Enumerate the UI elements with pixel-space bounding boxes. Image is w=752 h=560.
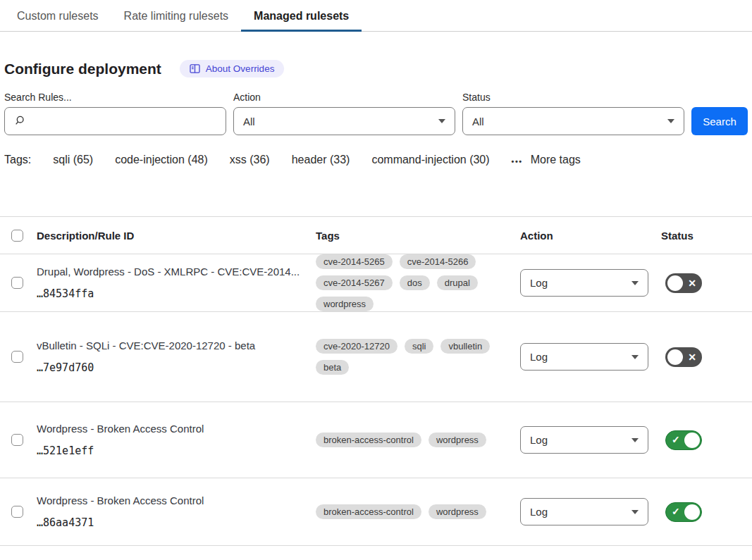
rule-title: Wordpress - Broken Access Control xyxy=(37,494,316,506)
toggle-state-icon: ✓ xyxy=(672,431,680,449)
toggle-knob xyxy=(667,275,683,291)
tag-pill: broken-access-control xyxy=(316,433,421,447)
action-select-value: Log xyxy=(530,277,548,289)
rule-description-cell: Wordpress - Broken Access Control …521e1… xyxy=(37,423,316,457)
status-toggle[interactable]: ✓ xyxy=(665,430,702,450)
column-header-tags: Tags xyxy=(316,230,520,242)
select-all-checkbox[interactable] xyxy=(11,230,23,242)
action-filter-label: Action xyxy=(233,92,455,103)
tab-label: Managed rulesets xyxy=(254,10,349,22)
table-header-row: Description/Rule ID Tags Action Status xyxy=(0,217,752,254)
rules-table: Description/Rule ID Tags Action Status D… xyxy=(0,216,752,546)
tag-pill: cve-2014-5267 xyxy=(316,275,393,290)
table-row: Drupal, Wordpress - DoS - XMLRPC - CVE:C… xyxy=(0,254,752,312)
chevron-down-icon xyxy=(631,281,639,285)
row-checkbox[interactable] xyxy=(11,351,23,363)
rule-description-cell: Wordpress - Broken Access Control …86aa4… xyxy=(37,494,316,529)
rule-action-cell: Log xyxy=(520,343,661,371)
rule-status-cell: ✓ xyxy=(661,430,752,450)
row-checkbox[interactable] xyxy=(11,277,23,289)
book-icon xyxy=(190,64,200,73)
toggle-knob xyxy=(684,504,700,520)
action-select[interactable]: Log xyxy=(520,426,648,454)
table-row: Wordpress - Broken Access Control …86aa4… xyxy=(0,478,752,546)
rule-id: …521e1eff xyxy=(37,444,316,457)
column-header-action: Action xyxy=(520,230,661,242)
rule-tags-cell: broken-access-controlwordpress xyxy=(316,504,520,519)
tag-pill: broken-access-control xyxy=(316,504,421,519)
tags-label: Tags: xyxy=(4,154,31,166)
action-select-value: Log xyxy=(530,506,548,518)
search-input[interactable] xyxy=(32,116,216,127)
tab-label: Rate limiting rulesets xyxy=(124,10,229,22)
tab-managed-rulesets[interactable]: Managed rulesets xyxy=(241,1,362,32)
toggle-state-icon: ✓ xyxy=(672,503,680,521)
search-button[interactable]: Search xyxy=(691,107,748,135)
action-select-value: Log xyxy=(530,351,548,363)
toggle-knob xyxy=(667,349,683,365)
rule-tags-cell: cve-2020-12720sqlivbulletinbeta xyxy=(316,339,520,375)
tag-filter-link[interactable]: xss (36) xyxy=(230,154,270,166)
tag-filter-link[interactable]: command-injection (30) xyxy=(371,154,489,166)
rule-id: …84534ffa xyxy=(37,287,316,300)
chevron-down-icon xyxy=(631,510,639,514)
chevron-down-icon xyxy=(667,119,674,123)
action-select[interactable]: Log xyxy=(520,343,648,371)
rule-title: Drupal, Wordpress - DoS - XMLRPC - CVE:C… xyxy=(37,266,316,278)
toggle-knob xyxy=(684,433,700,448)
rule-status-cell: ✕ xyxy=(661,347,752,367)
rule-title: Wordpress - Broken Access Control xyxy=(37,423,316,435)
tab-rate-limiting-rulesets[interactable]: Rate limiting rulesets xyxy=(111,1,242,32)
rule-id: …86aa4371 xyxy=(37,516,316,529)
tab-label: Custom rulesets xyxy=(17,10,99,22)
chevron-down-icon xyxy=(438,119,445,123)
tag-pill: wordpress xyxy=(429,504,486,519)
toggle-state-icon: ✕ xyxy=(688,273,696,293)
tab-custom-rulesets[interactable]: Custom rulesets xyxy=(4,1,111,32)
about-overrides-badge[interactable]: About Overrides xyxy=(180,60,285,77)
status-toggle[interactable]: ✕ xyxy=(665,347,702,367)
more-tags-button[interactable]: ••• More tags xyxy=(512,154,581,166)
page-title: Configure deployment xyxy=(4,61,161,77)
rule-tags-cell: broken-access-controlwordpress xyxy=(316,433,520,447)
row-checkbox[interactable] xyxy=(11,506,23,518)
search-input-wrapper xyxy=(4,107,226,135)
rule-description-cell: Drupal, Wordpress - DoS - XMLRPC - CVE:C… xyxy=(37,266,316,300)
tag-pill: cve-2014-5265 xyxy=(316,254,393,269)
tag-links: sqli (65)code-injection (48)xss (36)head… xyxy=(53,154,489,166)
tag-pill: vbulletin xyxy=(440,339,490,354)
rule-title: vBulletin - SQLi - CVE:CVE-2020-12720 - … xyxy=(37,340,316,351)
tag-filter-link[interactable]: sqli (65) xyxy=(53,154,93,166)
tag-pill: cve-2014-5266 xyxy=(400,254,476,269)
status-filter-label: Status xyxy=(462,92,684,103)
status-filter-select[interactable]: All xyxy=(462,107,684,135)
status-toggle[interactable]: ✓ xyxy=(665,502,702,522)
tag-filter-link[interactable]: header (33) xyxy=(292,154,350,166)
action-select[interactable]: Log xyxy=(520,269,648,297)
tag-pill: cve-2020-12720 xyxy=(316,339,397,354)
status-toggle[interactable]: ✕ xyxy=(665,273,702,293)
more-tags-label: More tags xyxy=(531,154,581,166)
tags-bar: Tags: sqli (65)code-injection (48)xss (3… xyxy=(4,154,752,166)
rule-description-cell: vBulletin - SQLi - CVE:CVE-2020-12720 - … xyxy=(37,340,316,374)
about-overrides-label: About Overrides xyxy=(206,63,275,74)
action-filter-select[interactable]: All xyxy=(233,107,455,135)
column-header-description: Description/Rule ID xyxy=(37,230,316,242)
page-header: Configure deployment About Overrides xyxy=(4,60,752,77)
action-select-value: Log xyxy=(530,434,548,446)
rule-action-cell: Log xyxy=(520,269,661,297)
status-filter-value: All xyxy=(472,116,484,127)
rule-id: …7e97d760 xyxy=(37,361,316,374)
rule-status-cell: ✓ xyxy=(661,502,752,522)
tag-pill: dos xyxy=(400,275,430,290)
search-rules-label: Search Rules... xyxy=(4,92,226,103)
row-checkbox[interactable] xyxy=(11,434,23,446)
tag-pill: drupal xyxy=(437,275,478,290)
search-icon xyxy=(14,115,25,128)
rule-action-cell: Log xyxy=(520,426,661,454)
rule-action-cell: Log xyxy=(520,498,661,525)
rule-tags-cell: cve-2014-5265cve-2014-5266cve-2014-5267d… xyxy=(316,254,520,311)
tag-filter-link[interactable]: code-injection (48) xyxy=(115,154,208,166)
action-select[interactable]: Log xyxy=(520,498,648,525)
toggle-state-icon: ✕ xyxy=(688,347,696,367)
